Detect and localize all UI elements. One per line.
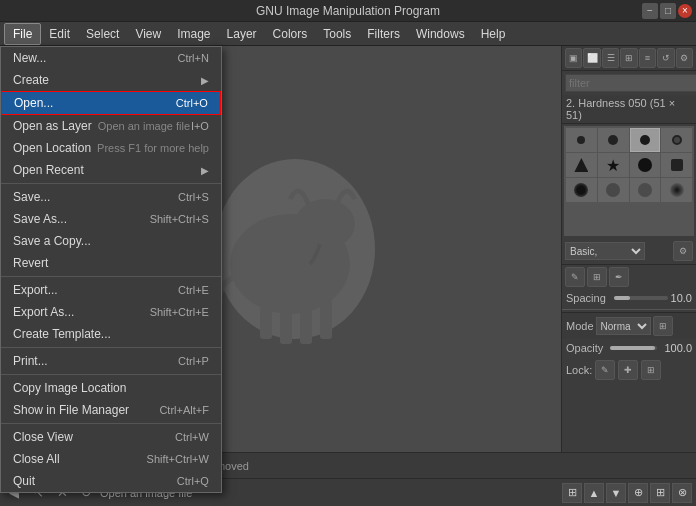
status-fit-icon[interactable]: ⊗ — [672, 483, 692, 503]
menu-divider-5 — [1, 423, 221, 424]
spacing-label: Spacing — [566, 292, 611, 304]
divider-1 — [562, 309, 696, 310]
menu-item-print[interactable]: Print... Ctrl+P — [1, 350, 221, 372]
paint-tool-btn[interactable]: ✎ — [565, 267, 585, 287]
mode-label: Mode — [566, 320, 594, 332]
menu-item-revert[interactable]: Revert — [1, 252, 221, 274]
brush-cell-11[interactable] — [630, 178, 661, 202]
menu-item-new[interactable]: New... Ctrl+N — [1, 47, 221, 69]
window-controls: − □ × — [642, 3, 692, 19]
menu-item-export[interactable]: Export... Ctrl+E — [1, 279, 221, 301]
brush-preset-btn-1[interactable]: ▣ — [565, 48, 582, 68]
brush-style-select[interactable]: Basic, — [565, 242, 645, 260]
brush-cell-7[interactable] — [630, 153, 661, 177]
brush-cell-6[interactable]: ★ — [598, 153, 629, 177]
menu-item-close-view[interactable]: Close View Ctrl+W — [1, 426, 221, 448]
status-right-icons: ⊞ ▲ ▼ ⊕ ⊞ ⊗ — [562, 483, 692, 503]
title-bar: GNU Image Manipulation Program − □ × — [0, 0, 696, 22]
menu-view[interactable]: View — [127, 23, 169, 45]
brush-preset-btn-2[interactable]: ⬜ — [583, 48, 600, 68]
menu-image[interactable]: Image — [169, 23, 218, 45]
menu-item-open-layer[interactable]: Open as Layer Open an image file I+O — [1, 115, 221, 137]
brush-cell-10[interactable] — [598, 178, 629, 202]
menu-item-quit[interactable]: Quit Ctrl+Q — [1, 470, 221, 492]
menu-item-show-file-manager[interactable]: Show in File Manager Ctrl+Alt+F — [1, 399, 221, 421]
menu-divider-2 — [1, 276, 221, 277]
svg-point-2 — [295, 199, 355, 249]
mode-select[interactable]: Norma — [596, 317, 651, 335]
menu-item-open[interactable]: Open... Ctrl+O — [1, 91, 221, 115]
menu-select[interactable]: Select — [78, 23, 127, 45]
menu-divider-1 — [1, 183, 221, 184]
brush-cell-9[interactable] — [566, 178, 597, 202]
spacing-value: 10.0 — [671, 292, 692, 304]
lock-alpha-btn[interactable]: ✎ — [595, 360, 615, 380]
brush-preview-area: ★ — [564, 126, 694, 236]
mode-row: Mode Norma ⊞ — [562, 312, 696, 339]
brush-cell-5[interactable] — [566, 153, 597, 177]
lock-row: Lock: ✎ ✚ ⊞ — [562, 357, 696, 383]
brush-cell-4[interactable] — [661, 128, 692, 152]
close-button[interactable]: × — [678, 4, 692, 18]
brush-preset-bar: ▣ ⬜ ☰ ⊞ ≡ ↺ ⚙ — [562, 46, 696, 71]
menu-item-close-all[interactable]: Close All Shift+Ctrl+W — [1, 448, 221, 470]
status-up-icon[interactable]: ▲ — [584, 483, 604, 503]
brush-cell-1[interactable] — [566, 128, 597, 152]
menu-item-export-as[interactable]: Export As... Shift+Ctrl+E — [1, 301, 221, 323]
menu-item-save-as[interactable]: Save As... Shift+Ctrl+S — [1, 208, 221, 230]
menu-windows[interactable]: Windows — [408, 23, 473, 45]
opacity-value: 100.0 — [664, 342, 692, 354]
maximize-button[interactable]: □ — [660, 3, 676, 19]
minimize-button[interactable]: − — [642, 3, 658, 19]
menu-help[interactable]: Help — [473, 23, 514, 45]
svg-rect-4 — [280, 299, 292, 344]
clone-tool-btn[interactable]: ⊞ — [587, 267, 607, 287]
brush-style-row: Basic, ⚙ — [562, 238, 696, 264]
file-dropdown-menu: New... Ctrl+N Create ▶ Open... Ctrl+O Op… — [0, 46, 222, 493]
status-export-icon[interactable]: ⊕ — [628, 483, 648, 503]
brush-cell-3[interactable] — [630, 128, 661, 152]
brush-preset-btn-5[interactable]: ≡ — [639, 48, 656, 68]
filter-row — [562, 71, 696, 95]
menu-item-save[interactable]: Save... Ctrl+S — [1, 186, 221, 208]
menu-tools[interactable]: Tools — [315, 23, 359, 45]
opacity-slider[interactable] — [610, 346, 657, 350]
menu-divider-3 — [1, 347, 221, 348]
brush-preset-btn-3[interactable]: ☰ — [602, 48, 619, 68]
brush-cell-2[interactable] — [598, 128, 629, 152]
menu-item-save-copy[interactable]: Save a Copy... — [1, 230, 221, 252]
svg-rect-3 — [260, 299, 272, 339]
status-down-icon[interactable]: ▼ — [606, 483, 626, 503]
menu-item-copy-location[interactable]: Copy Image Location — [1, 377, 221, 399]
brush-cell-12[interactable] — [661, 178, 692, 202]
status-layers-icon[interactable]: ⊞ — [562, 483, 582, 503]
menu-item-open-recent[interactable]: Open Recent ▶ — [1, 159, 221, 181]
menu-layer[interactable]: Layer — [219, 23, 265, 45]
brush-settings-btn[interactable]: ⚙ — [676, 48, 693, 68]
menu-item-open-location[interactable]: Open Location Press F1 for more help — [1, 137, 221, 159]
opacity-label: Opacity — [566, 342, 603, 354]
brush-more-btn[interactable]: ⚙ — [673, 241, 693, 261]
ink-tool-btn[interactable]: ✒ — [609, 267, 629, 287]
menu-item-create[interactable]: Create ▶ — [1, 69, 221, 91]
svg-rect-5 — [300, 299, 312, 344]
brush-cell-8[interactable] — [661, 153, 692, 177]
spacing-row: Spacing 10.0 — [562, 289, 696, 307]
menu-filters[interactable]: Filters — [359, 23, 408, 45]
opacity-row: Opacity 100.0 — [562, 339, 696, 357]
mode-expand-btn[interactable]: ⊞ — [653, 316, 673, 336]
svg-rect-6 — [320, 299, 332, 339]
menu-edit[interactable]: Edit — [41, 23, 78, 45]
menu-file[interactable]: File — [4, 23, 41, 45]
status-open-icon[interactable]: ⊞ — [650, 483, 670, 503]
lock-all-btn[interactable]: ⊞ — [641, 360, 661, 380]
menu-colors[interactable]: Colors — [265, 23, 316, 45]
spacing-slider[interactable] — [614, 296, 668, 300]
right-panel: ▣ ⬜ ☰ ⊞ ≡ ↺ ⚙ 2. Hardness 050 (51 × 51) … — [561, 46, 696, 452]
menu-bar: File Edit Select View Image Layer Colors… — [0, 22, 696, 46]
refresh-brushes-btn[interactable]: ↺ — [657, 48, 674, 68]
lock-position-btn[interactable]: ✚ — [618, 360, 638, 380]
menu-item-create-template[interactable]: Create Template... — [1, 323, 221, 345]
brush-preset-btn-4[interactable]: ⊞ — [620, 48, 637, 68]
brush-filter-input[interactable] — [565, 74, 696, 92]
